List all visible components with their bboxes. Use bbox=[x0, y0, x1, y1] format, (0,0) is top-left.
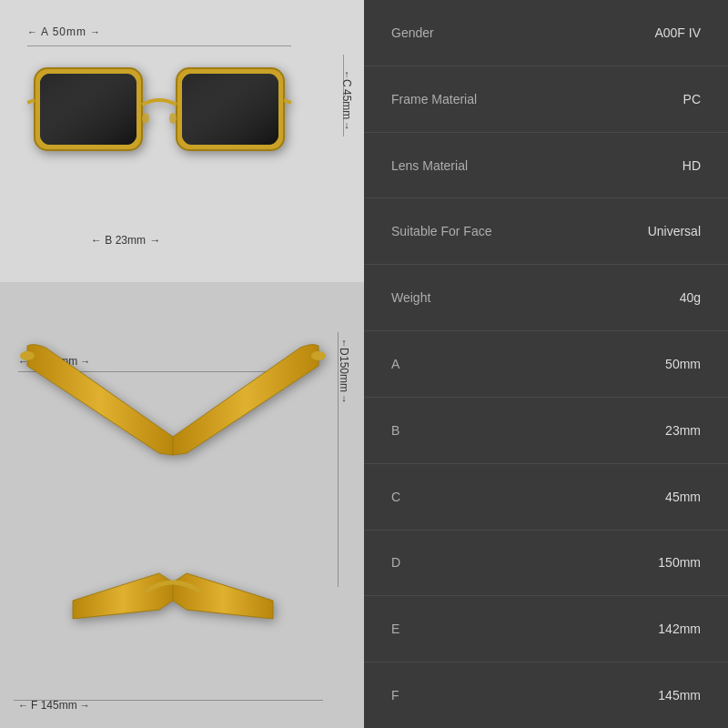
spec-label: B bbox=[391, 423, 399, 438]
spec-value: 23mm bbox=[665, 423, 701, 438]
svg-point-10 bbox=[20, 351, 35, 360]
spec-value: 145mm bbox=[658, 688, 701, 703]
spec-label: E bbox=[391, 622, 399, 636]
glasses-front-svg bbox=[27, 50, 291, 205]
spec-row-c: C45mm bbox=[364, 464, 728, 531]
spec-value: Universal bbox=[648, 224, 701, 238]
spec-label: Gender bbox=[391, 25, 434, 40]
spec-row-b: B23mm bbox=[364, 398, 728, 464]
dim-a-label: A 50mm bbox=[41, 25, 86, 38]
spec-value: A00F IV bbox=[654, 25, 701, 40]
spec-row-gender: GenderA00F IV bbox=[364, 0, 728, 66]
spec-row-frame-material: Frame MaterialPC bbox=[364, 66, 728, 133]
spec-label: F bbox=[391, 688, 399, 703]
dim-f-label: ← F 145mm → bbox=[18, 699, 90, 712]
svg-rect-5 bbox=[182, 74, 278, 145]
spec-label: A bbox=[391, 357, 399, 371]
svg-point-9 bbox=[169, 113, 177, 124]
dim-d-label: D bbox=[338, 348, 350, 356]
svg-line-6 bbox=[27, 100, 35, 103]
spec-row-suitable-for-face: Suitable For FaceUniversal bbox=[364, 198, 728, 265]
front-view-area: ← A 50mm → bbox=[0, 0, 364, 282]
svg-rect-2 bbox=[40, 74, 136, 145]
spec-row-weight: Weight40g bbox=[364, 265, 728, 331]
spec-label: Lens Material bbox=[391, 158, 468, 173]
spec-label: Weight bbox=[391, 290, 430, 305]
dim-b-label: ← B 23mm → bbox=[91, 231, 160, 248]
glasses-side-svg bbox=[18, 318, 328, 664]
spec-row-lens-material: Lens MaterialHD bbox=[364, 133, 728, 199]
side-view-area: ← E 142mm → ↑ D 150mm ↓ bbox=[0, 282, 364, 728]
svg-point-8 bbox=[142, 113, 149, 124]
spec-label: Suitable For Face bbox=[391, 224, 492, 238]
svg-point-11 bbox=[311, 351, 326, 360]
spec-row-a: A50mm bbox=[364, 331, 728, 398]
svg-line-7 bbox=[284, 100, 291, 103]
spec-row-d: D150mm bbox=[364, 531, 728, 597]
spec-value: 150mm bbox=[658, 555, 701, 570]
spec-value: 40g bbox=[680, 290, 701, 305]
dim-d-value: 150mm bbox=[338, 356, 350, 392]
spec-row-f: F145mm bbox=[364, 662, 728, 728]
spec-value: 142mm bbox=[658, 622, 701, 636]
spec-label: D bbox=[391, 555, 400, 570]
spec-value: HD bbox=[682, 158, 701, 173]
spec-row-e: E142mm bbox=[364, 596, 728, 662]
spec-value: 50mm bbox=[665, 357, 701, 371]
right-panel: GenderA00F IVFrame MaterialPCLens Materi… bbox=[364, 0, 728, 728]
spec-label: Frame Material bbox=[391, 92, 477, 106]
spec-value: 45mm bbox=[665, 490, 701, 504]
spec-label: C bbox=[391, 490, 400, 504]
spec-value: PC bbox=[683, 92, 701, 106]
left-panel: ← A 50mm → bbox=[0, 0, 364, 728]
